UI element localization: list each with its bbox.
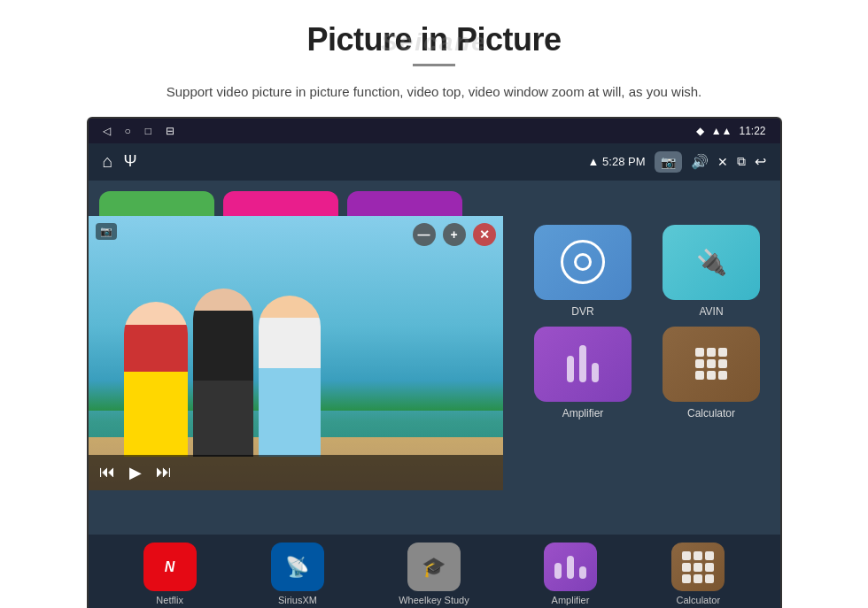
pip-camera-icon: 📷 — [96, 223, 117, 240]
toolbar-right: ▲ 5:28 PM 📷 🔊 ✕ ⧉ ↩ — [588, 151, 766, 173]
app-amplifier-icon — [534, 327, 632, 402]
app-avin[interactable]: 🔌 AVIN — [652, 225, 771, 318]
pip-expand-button[interactable]: + — [443, 223, 466, 246]
home-icon[interactable]: ⌂ — [103, 151, 113, 172]
person-1 — [124, 302, 188, 457]
calc-dot-8 — [707, 371, 716, 380]
toolbar: ⌂ Ψ ▲ 5:28 PM 📷 🔊 ✕ ⧉ ↩ — [89, 143, 780, 181]
avin-icon-wrap: 🔌 — [696, 248, 727, 277]
calc-dot-3 — [718, 348, 727, 357]
b-calc-dot-9 — [705, 574, 714, 583]
bottom-app-bar: N Netflix 📡 SiriusXM 🎓 Wheelkey Study — [89, 535, 780, 609]
back-nav-icon[interactable]: ◁ — [103, 125, 111, 137]
app-avin-label: AVIN — [699, 305, 723, 318]
bottom-calculator-label: Calculator — [677, 595, 721, 605]
video-scene: — + ✕ 📷 ⏮ ▶ ⏭ — [89, 216, 503, 490]
close-toolbar-icon[interactable]: ✕ — [717, 155, 728, 169]
wheelkey-label: Wheelkey Study — [399, 595, 469, 605]
title-divider — [413, 64, 455, 66]
calc-grid-icon — [695, 348, 727, 380]
pip-close-button[interactable]: ✕ — [473, 223, 496, 246]
wifi-toolbar-icon: ▲ 5:28 PM — [588, 155, 646, 168]
bottom-amp-slider-3 — [579, 566, 586, 579]
app-dvr[interactable]: DVR — [523, 225, 643, 318]
home-nav-icon[interactable]: ○ — [125, 125, 131, 137]
video-overlay: — + ✕ 📷 ⏮ ▶ ⏭ — [89, 216, 503, 490]
page-subtitle: Support video picture in picture functio… — [167, 82, 701, 103]
page-header: Picture in Picture Seicane — [0, 0, 868, 82]
right-app-grid: DVR 🔌 AVIN — [515, 216, 780, 535]
calc-dot-9 — [718, 371, 727, 380]
b-calc-dot-6 — [705, 563, 714, 572]
amp-slider-2 — [579, 345, 586, 382]
bottom-amp-sliders-icon — [554, 556, 586, 579]
bottom-app-wheelkey[interactable]: 🎓 Wheelkey Study — [399, 543, 469, 605]
b-calc-dot-5 — [694, 563, 702, 572]
b-calc-dot-4 — [682, 563, 691, 572]
toolbar-left: ⌂ Ψ — [103, 151, 137, 172]
netflix-label: Netflix — [156, 595, 183, 605]
video-play-button[interactable]: ▶ — [129, 463, 142, 482]
app-dvr-icon — [534, 225, 632, 300]
video-next-button[interactable]: ⏭ — [156, 463, 172, 481]
bottom-amp-slider-1 — [554, 563, 562, 579]
back-toolbar-icon[interactable]: ↩ — [755, 153, 766, 170]
app-avin-icon: 🔌 — [663, 225, 760, 300]
calc-dot-4 — [695, 359, 704, 368]
usb-icon: Ψ — [124, 152, 137, 171]
bottom-calc-grid-icon — [682, 551, 714, 583]
app-amplifier[interactable]: Amplifier — [523, 327, 643, 419]
calc-dot-6 — [718, 359, 727, 368]
calc-dot-5 — [707, 359, 716, 368]
app-calculator-icon — [663, 327, 760, 402]
video-controls: ⏮ ▶ ⏭ — [89, 455, 503, 490]
page-title: Picture in Picture — [0, 21, 868, 58]
b-calc-dot-7 — [682, 574, 691, 583]
b-calc-dot-2 — [694, 551, 702, 560]
bottom-app-amplifier[interactable]: Amplifier — [544, 543, 597, 605]
status-time: 11:22 — [739, 125, 765, 137]
dvr-circle-icon — [561, 240, 605, 284]
android-statusbar: ◁ ○ □ ⊟ ◆ ▲▲ 11:22 — [89, 119, 780, 143]
main-content: — + ✕ 📷 ⏮ ▶ ⏭ — [89, 181, 780, 535]
bottom-app-netflix[interactable]: N Netflix — [143, 543, 197, 605]
siriusxm-icon: 📡 — [271, 543, 324, 591]
volume-icon[interactable]: 🔊 — [691, 153, 709, 170]
bottom-app-calculator[interactable]: Calculator — [671, 543, 725, 605]
amp-slider-1 — [567, 356, 574, 382]
app-amplifier-label: Amplifier — [562, 407, 604, 419]
app-dvr-label: DVR — [571, 305, 593, 318]
b-calc-dot-8 — [694, 574, 702, 583]
calc-dot-2 — [707, 348, 716, 357]
pip-minimize-button[interactable]: — — [413, 223, 436, 246]
recents-nav-icon[interactable]: □ — [145, 125, 151, 137]
app-calculator-label: Calculator — [687, 407, 735, 419]
netflix-icon: N — [143, 543, 197, 591]
bottom-calculator-icon — [671, 543, 725, 591]
video-prev-button[interactable]: ⏮ — [99, 463, 115, 481]
b-calc-dot-3 — [705, 551, 714, 560]
wheelkey-icon: 🎓 — [407, 543, 461, 591]
amp-slider-3 — [592, 363, 599, 382]
window-icon[interactable]: ⧉ — [737, 154, 746, 169]
siriusxm-label: SiriusXM — [278, 595, 317, 605]
amp-sliders-icon — [567, 345, 599, 382]
statusbar-left: ◁ ○ □ ⊟ — [103, 125, 175, 137]
screenshot-nav-icon[interactable]: ⊟ — [166, 125, 174, 137]
calc-dot-1 — [695, 348, 704, 357]
person-2 — [193, 289, 253, 457]
b-calc-dot-1 — [682, 551, 691, 560]
tablet-frame: ◁ ○ □ ⊟ ◆ ▲▲ 11:22 ⌂ Ψ ▲ 5:28 PM 📷 🔊 ✕ ⧉… — [87, 117, 782, 609]
bottom-amplifier-label: Amplifier — [552, 595, 590, 605]
wifi-signal-icon: ▲▲ — [711, 125, 732, 137]
statusbar-right: ◆ ▲▲ 11:22 — [696, 125, 766, 137]
bottom-amplifier-icon — [544, 543, 597, 591]
dvr-inner-icon — [574, 253, 592, 271]
bottom-amp-slider-2 — [567, 556, 574, 579]
pip-controls: — + ✕ — [413, 223, 496, 246]
bottom-app-siriusxm[interactable]: 📡 SiriusXM — [271, 543, 324, 605]
camera-toolbar-icon[interactable]: 📷 — [655, 151, 682, 173]
calc-dot-7 — [695, 371, 704, 380]
app-calculator[interactable]: Calculator — [652, 327, 771, 419]
person-3 — [259, 296, 321, 457]
